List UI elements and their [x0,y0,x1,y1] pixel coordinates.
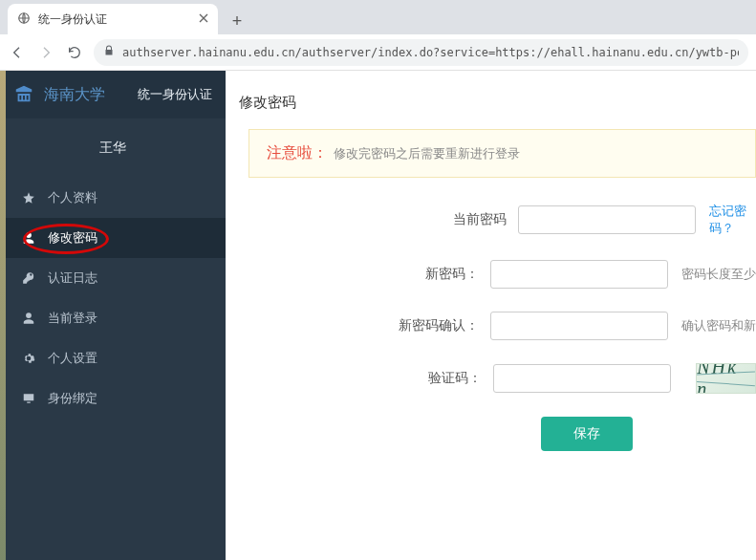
notice-body: 修改完密码之后需要重新进行登录 [334,145,520,162]
user-solid-icon [21,311,36,326]
sidebar-item-auth-log[interactable]: 认证日志 [0,258,226,298]
sidebar-item-settings[interactable]: 个人设置 [0,338,226,378]
notice-title: 注意啦： [267,143,328,163]
brand-bar: 海南大学 统一身份认证 [0,71,226,118]
sidebar-item-label: 认证日志 [48,269,97,287]
forward-button[interactable] [36,43,55,62]
page-title: 修改密码 [226,94,756,129]
confirm-password-input[interactable] [490,312,668,340]
sidebar-item-change-password[interactable]: 修改密码 [0,218,226,258]
back-button[interactable] [8,43,27,62]
browser-tab[interactable]: 统一身份认证 [8,4,218,34]
captcha-image[interactable]: NHk n [696,363,756,394]
new-password-hint: 密码长度至少 [681,266,756,283]
reload-button[interactable] [65,43,84,62]
globe-icon [17,11,31,28]
current-password-input[interactable] [518,205,696,234]
notice-box: 注意啦： 修改完密码之后需要重新进行登录 [248,129,756,178]
decorative-strip [0,71,6,560]
close-icon[interactable] [199,12,208,26]
university-name: 海南大学 [44,85,105,105]
university-logo-icon [13,84,34,105]
label-captcha: 验证码： [226,370,493,387]
label-confirm-password: 新密码确认： [226,317,490,334]
sidebar-item-label: 身份绑定 [48,390,97,407]
browser-nav-bar [0,34,756,71]
sidebar-item-profile[interactable]: 个人资料 [0,178,226,218]
sidebar-item-binding[interactable]: 身份绑定 [0,378,226,419]
new-tab-button[interactable]: + [224,8,250,34]
browser-tab-bar: 统一身份认证 + [0,0,756,34]
sidebar-item-current-login[interactable]: 当前登录 [0,298,226,338]
save-button[interactable]: 保存 [541,417,633,451]
current-user-name: 王华 [0,118,226,178]
system-name: 统一身份认证 [138,86,212,103]
sidebar-item-label: 修改密码 [48,229,97,247]
main-content: 修改密码 注意啦： 修改完密码之后需要重新进行登录 当前密码 忘记密码？ 新密码… [226,71,756,560]
forgot-password-link[interactable]: 忘记密码？ [709,203,756,237]
sidebar-menu: 个人资料 修改密码 认证日志 当前登录 个人设置 [0,178,226,419]
url-input[interactable] [122,46,739,59]
lock-icon [103,45,115,59]
star-icon [21,190,36,205]
address-bar[interactable] [94,39,748,66]
new-password-input[interactable] [490,260,668,289]
key-icon [21,270,36,286]
password-form: 当前密码 忘记密码？ 新密码： 密码长度至少 新密码确认： 确认密码和新 验证码… [226,203,756,451]
confirm-password-hint: 确认密码和新 [681,317,756,334]
label-new-password: 新密码： [226,266,490,283]
monitor-icon [21,391,36,406]
user-icon [21,230,36,246]
sidebar: 海南大学 统一身份认证 王华 个人资料 修改密码 认证日志 [0,71,226,560]
sidebar-item-label: 个人设置 [48,350,97,367]
tab-title: 统一身份认证 [38,11,191,28]
captcha-input[interactable] [493,364,671,393]
sidebar-item-label: 当前登录 [48,310,97,327]
label-current-password: 当前密码 [226,211,518,228]
gear-icon [21,351,36,366]
sidebar-item-label: 个人资料 [48,189,97,206]
